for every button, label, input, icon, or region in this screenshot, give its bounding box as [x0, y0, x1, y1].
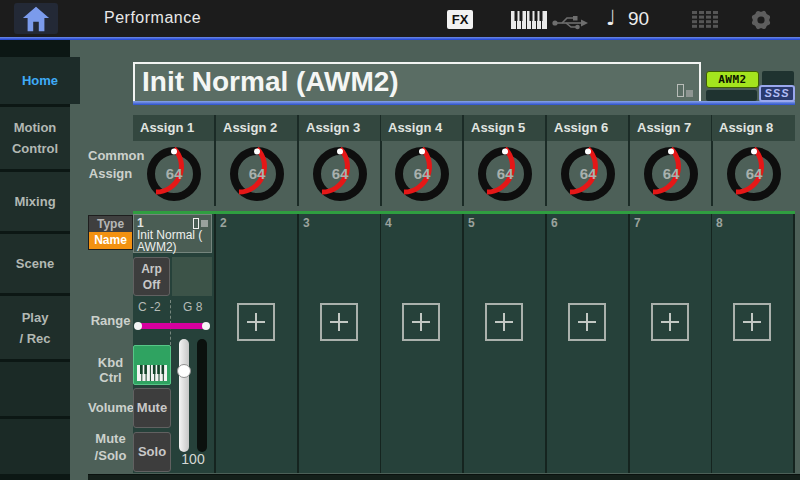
- performance-name-box[interactable]: Init Normal (AWM2): [133, 62, 701, 101]
- settings-gear-icon[interactable]: [748, 7, 774, 33]
- assign-knob-cell-3: Assign 3 64: [299, 115, 382, 206]
- name-button[interactable]: Name: [89, 232, 132, 249]
- knob-value: 64: [413, 165, 430, 182]
- name-underline: [133, 101, 795, 105]
- assign-knob-cell-4: Assign 4 64: [381, 115, 464, 206]
- range-label: Range: [88, 313, 133, 328]
- assign-knob-7[interactable]: 64: [643, 146, 699, 202]
- part-number: 8: [716, 216, 723, 230]
- tab-motion-label-2: Control: [0, 138, 70, 159]
- tab-mixing[interactable]: Mixing: [0, 172, 70, 231]
- add-part-button-8[interactable]: [733, 303, 771, 341]
- assign-knob-cell-6: Assign 6 64: [547, 115, 630, 206]
- part-number: 3: [303, 216, 310, 230]
- home-button[interactable]: [14, 3, 58, 34]
- add-part-button-6[interactable]: [568, 303, 606, 341]
- sss-badge: SSS: [759, 85, 795, 102]
- part-number: 4: [385, 216, 392, 230]
- part-column-2: 2: [216, 214, 299, 473]
- part1-range-slider[interactable]: [136, 323, 208, 329]
- part1-name-box[interactable]: 1 Init Normal ( AWM2): [133, 214, 212, 253]
- assign-knob-2[interactable]: 64: [229, 146, 285, 202]
- live-set-grid-icon[interactable]: [692, 11, 719, 28]
- assign-knob-label: Assign 2: [216, 115, 297, 141]
- part1-range-low: C -2: [138, 300, 161, 314]
- knob-value: 64: [496, 165, 513, 182]
- type-name-toggle[interactable]: Type Name: [88, 215, 133, 250]
- part1-kbd-ctrl-button[interactable]: [133, 345, 171, 385]
- part-column-1: 1 Init Normal ( AWM2) Arp Off C -2 G 8: [133, 214, 216, 473]
- awm2-engine-badge: AWM2: [706, 71, 759, 88]
- tab-motion-control[interactable]: Motion Control: [0, 107, 70, 169]
- part-column-3: 3: [299, 214, 382, 473]
- assign-knob-label: Assign 7: [630, 115, 711, 141]
- assign-knob-label: Assign 1: [133, 115, 214, 141]
- kbd-ctrl-keys-icon: [137, 365, 167, 381]
- tab-scene-label: Scene: [0, 253, 70, 274]
- add-part-button-5[interactable]: [485, 303, 523, 341]
- tab-play-rec[interactable]: Play / Rec: [0, 296, 70, 359]
- volume-label: Volume: [88, 400, 133, 415]
- mute-solo-label-2: /Solo: [88, 448, 133, 463]
- knob-value: 64: [579, 165, 596, 182]
- part-column-7: 7: [630, 214, 713, 473]
- assign-knob-8[interactable]: 64: [726, 146, 782, 202]
- tab-home[interactable]: Home: [0, 57, 80, 104]
- knob-value: 64: [331, 165, 348, 182]
- sss-badge-empty-slot: [706, 90, 757, 101]
- assign-knob-4[interactable]: 64: [394, 146, 450, 202]
- assign-knob-3[interactable]: 64: [312, 146, 368, 202]
- part1-volume-slider-thumb[interactable]: [177, 364, 191, 378]
- kbd-ctrl-label: Kbd Ctrl: [88, 355, 133, 385]
- part1-mute-button[interactable]: Mute: [133, 388, 171, 428]
- tab-scene[interactable]: Scene: [0, 234, 70, 293]
- part-column-6: 6: [547, 214, 630, 473]
- tab-home-label: Home: [0, 70, 80, 91]
- add-part-button-3[interactable]: [320, 303, 358, 341]
- tab-play-rec-label-1: Play: [0, 307, 70, 328]
- tempo-value[interactable]: 90: [628, 8, 649, 30]
- arp-label-1: Arp: [134, 261, 169, 277]
- top-bar: Performance FX ♩ 90: [0, 0, 800, 37]
- add-part-button-4[interactable]: [402, 303, 440, 341]
- part-column-8: 8: [712, 214, 795, 473]
- add-part-button-7[interactable]: [651, 303, 689, 341]
- part1-solo-button[interactable]: Solo: [133, 432, 171, 472]
- knob-value: 64: [745, 165, 762, 182]
- part1-name-line2: AWM2): [137, 240, 177, 254]
- assign-knob-label: Assign 5: [464, 115, 545, 141]
- assign-knob-label: Assign 6: [547, 115, 628, 141]
- part1-level-meter: [197, 339, 207, 452]
- common-assign-label-2: Assign: [88, 166, 133, 181]
- assign-knob-cell-8: Assign 8 64: [712, 115, 795, 206]
- assign-knob-6[interactable]: 64: [560, 146, 616, 202]
- arp-label-2: Off: [134, 277, 169, 293]
- part1-arp-button[interactable]: Arp Off: [133, 257, 170, 296]
- home-icon: [21, 5, 51, 33]
- part1-volume-slider[interactable]: [179, 339, 189, 452]
- part-number: 5: [468, 216, 475, 230]
- part-column-4: 4: [381, 214, 464, 473]
- performance-home-screen: Performance FX ♩ 90: [0, 0, 800, 480]
- keyboard-status-icon: [511, 11, 547, 29]
- part-number: 2: [220, 216, 227, 230]
- knob-value: 64: [248, 165, 265, 182]
- assign-knob-cell-2: Assign 2 64: [216, 115, 299, 206]
- tab-empty-slot-1: [0, 362, 70, 416]
- assign-knob-5[interactable]: 64: [477, 146, 533, 202]
- fx-indicator[interactable]: FX: [447, 10, 473, 29]
- part1-arp-hold-cell[interactable]: [172, 257, 212, 296]
- assign-knob-1[interactable]: 64: [146, 146, 202, 202]
- knob-value: 64: [662, 165, 679, 182]
- type-button[interactable]: Type: [89, 216, 132, 232]
- performance-name: Init Normal (AWM2): [142, 66, 399, 97]
- part-number: 6: [551, 216, 558, 230]
- add-part-button-2[interactable]: [237, 303, 275, 341]
- page-title: Performance: [104, 9, 201, 27]
- assign-knob-label: Assign 8: [712, 115, 795, 141]
- assign-knob-cell-1: Assign 1 64: [133, 115, 216, 206]
- part1-range-high: G 8: [183, 300, 202, 314]
- knob-value: 64: [165, 165, 182, 182]
- tab-mixing-label: Mixing: [0, 191, 70, 212]
- tab-empty-slot-2: [0, 419, 70, 474]
